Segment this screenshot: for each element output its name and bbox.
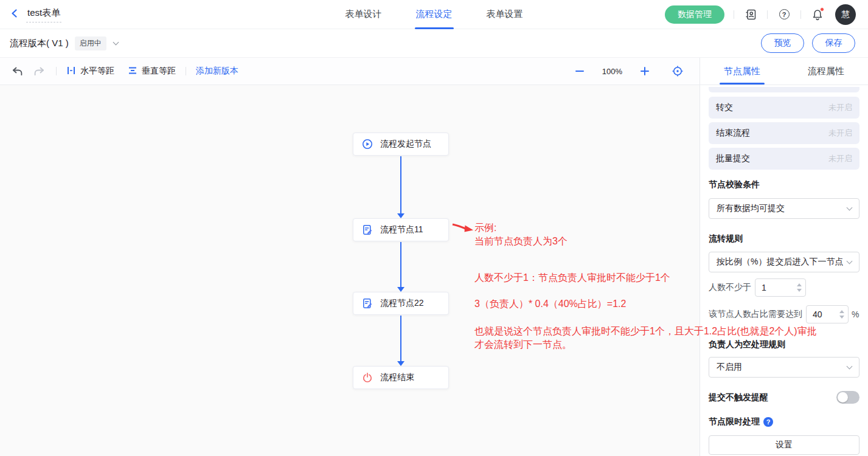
connector-arrowhead-icon [397,213,404,218]
time-limit-text: 节点限时处理 [709,416,760,427]
add-new-version-link[interactable]: 添加新版本 [196,66,238,77]
feature-row-partial [709,87,859,92]
contacts-book-icon[interactable] [743,7,758,22]
empty-owner-rule-select[interactable]: 不启用 [709,357,859,378]
annotation-text: 示例: 当前节点负责人为3个 人数不少于1：节点负责人审批时不能少于1个 3（负… [474,221,817,351]
chevron-down-icon [847,205,853,211]
validation-condition-select[interactable]: 所有数据均可提交 [709,198,859,219]
zoom-level: 100% [602,67,622,76]
feature-label: 批量提交 [716,153,750,164]
no-reminder-row: 提交不触发提醒 [709,391,859,404]
notification-badge [820,7,824,12]
flow-node-start[interactable]: 流程发起节点 [353,133,449,156]
tab-form-settings[interactable]: 表单设置 [487,0,523,29]
connector-line [400,242,401,287]
redo-icon[interactable] [32,64,46,78]
back-button[interactable] [10,9,19,21]
validation-condition-label: 节点校验条件 [709,179,859,190]
version-chevron-down-icon[interactable] [113,39,119,45]
step-down-icon[interactable] [839,316,844,319]
horizontal-spacing-label: 水平等距 [80,66,114,77]
flow-node-11[interactable]: 流程节点11 [353,218,449,241]
connector-line [400,316,401,361]
horizontal-spacing-button[interactable]: 水平等距 [66,66,114,77]
no-reminder-toggle[interactable] [836,391,859,404]
annotation-line: 人数不少于1：节点负责人审批时不能少于1个 [474,271,817,285]
feature-label: 结束流程 [716,128,750,139]
tab-flow-properties[interactable]: 流程属性 [784,58,868,85]
notification-bell-icon[interactable] [810,7,825,22]
feature-row-end-flow[interactable]: 结束流程 未开启 [709,122,859,144]
back-chevron-icon [10,9,19,21]
header-tabs: 表单设计 流程设定 表单设置 [345,0,523,29]
select-value: 不启用 [717,362,742,373]
feature-status: 未开启 [828,153,852,164]
document-edit-icon [362,298,373,309]
undo-icon[interactable] [10,64,24,78]
canvas-toolbar: 水平等距 垂直等距 添加新版本 100% [0,58,700,85]
version-bar: 流程版本( V1 ) 启用中 预览 保存 [0,29,868,58]
feature-row-transfer[interactable]: 转交 未开启 [709,97,859,119]
annotation-line: 也就是说这个节点负责人审批时不能少于1个，且大于1.2占比(也就是2个人)审批 [474,325,817,338]
flow-node-label: 流程结束 [380,372,414,383]
flow-node-end[interactable]: 流程结束 [353,366,449,389]
annotation-arrow-icon [451,222,474,235]
no-reminder-label: 提交不触发提醒 [709,392,768,403]
page-title[interactable]: test表单 [26,6,61,22]
percent-unit: % [852,309,859,319]
step-up-icon[interactable] [839,310,844,313]
divider [767,10,768,19]
save-button[interactable]: 保存 [812,33,855,53]
version-title: 流程版本( V1 ) [10,38,69,49]
help-icon[interactable]: ? [777,7,791,22]
divider [56,67,57,75]
zoom-out-icon[interactable] [574,65,586,77]
annotation-line: 才会流转到下一节点。 [474,338,817,351]
tab-flow-setting[interactable]: 流程设定 [416,0,453,29]
tab-form-design[interactable]: 表单设计 [345,0,382,29]
flow-node-label: 流程节点11 [380,224,423,235]
connector-line [400,156,401,214]
vertical-spacing-icon [128,66,137,77]
panel-tabs: 节点属性 流程属性 [700,58,868,85]
annotation-line: 示例: [474,221,817,235]
divider [186,67,186,75]
fit-center-icon[interactable] [672,65,684,77]
preview-button[interactable]: 预览 [761,33,804,53]
feature-status: 未开启 [828,102,852,113]
flow-node-label: 流程节点22 [380,298,424,309]
feature-row-batch-submit[interactable]: 批量提交 未开启 [709,148,859,170]
annotation-line: 当前节点负责人为3个 [474,235,817,248]
zoom-in-icon[interactable] [639,65,651,77]
data-manage-button[interactable]: 数据管理 [665,5,724,24]
divider [734,10,734,19]
connector-arrowhead-icon [397,287,404,292]
horizontal-spacing-icon [66,66,76,77]
power-icon [362,372,373,383]
select-value: 所有数据均可提交 [717,203,785,214]
connector-arrowhead-icon [397,361,404,366]
tab-node-properties[interactable]: 节点属性 [700,58,784,85]
help-question-icon[interactable]: ? [763,417,773,427]
toggle-knob [838,392,848,402]
header: test表单 表单设计 流程设定 表单设置 数据管理 ? [0,0,868,29]
document-edit-icon [362,224,373,235]
avatar[interactable]: 慧 [835,4,856,25]
status-badge: 启用中 [75,36,106,50]
vertical-spacing-label: 垂直等距 [142,66,176,77]
flow-node-label: 流程发起节点 [380,139,431,150]
number-stepper[interactable] [839,310,844,319]
flow-canvas[interactable]: 流程发起节点 流程节点11 流程节点22 [0,85,700,456]
app-window: test表单 表单设计 流程设定 表单设置 数据管理 ? [0,0,868,456]
time-limit-label: 节点限时处理 ? [709,416,859,427]
chevron-down-icon [847,364,853,370]
feature-status: 未开启 [828,128,852,139]
play-circle-icon [362,139,373,150]
vertical-spacing-button[interactable]: 垂直等距 [128,66,176,77]
chevron-down-icon [847,258,853,264]
feature-label: 转交 [716,102,733,113]
annotation-line: 3（负责人）* 0.4（40%占比）=1.2 [474,297,817,311]
flow-node-22[interactable]: 流程节点22 [353,292,449,315]
time-limit-settings-button[interactable]: 设置 [709,435,859,455]
divider [800,10,801,19]
